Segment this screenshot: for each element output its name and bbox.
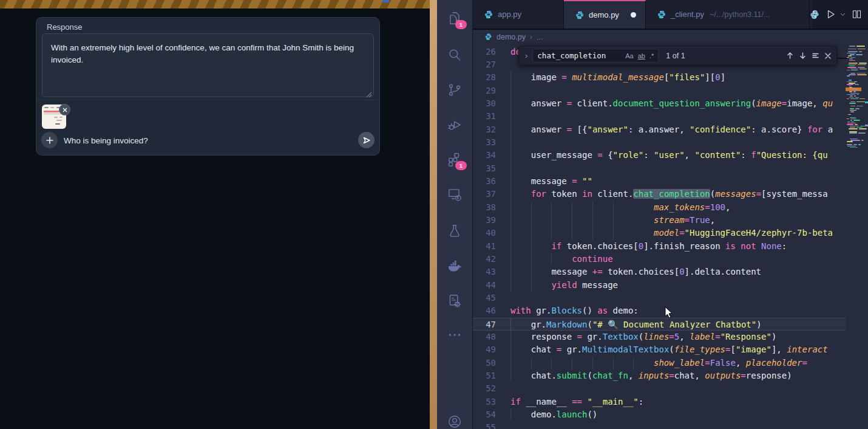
code-line-53[interactable]: 53if __name__ == "__main__": (473, 396, 846, 408)
code-line-41[interactable]: 41 if token.choices[0].finish_reason is … (473, 240, 846, 253)
line-number: 41 (473, 240, 496, 253)
send-button[interactable] (358, 132, 375, 148)
python-file-icon (484, 10, 493, 19)
minimap-line (850, 117, 856, 118)
code-line-48[interactable]: 48 response = gr.Textbox(lines=5, label=… (473, 331, 846, 343)
toggle-replace-icon[interactable]: › (525, 51, 527, 60)
add-file-button[interactable] (41, 132, 58, 148)
minimap-line (850, 126, 859, 127)
docker-icon[interactable] (447, 258, 463, 273)
next-match-button[interactable] (799, 52, 807, 60)
minimap-line (859, 128, 866, 129)
remove-attachment-button[interactable] (59, 104, 70, 115)
chat-message-input[interactable]: Who is being invoiced? (64, 136, 148, 145)
code-line-46[interactable]: 46with gr.Blocks() as demo: (473, 304, 846, 317)
minimap-line (850, 57, 855, 58)
code-line-51[interactable]: 51 chat.submit(chat_fn, inputs=chat, out… (473, 369, 846, 382)
code-line-44[interactable]: 44 yield message (473, 279, 846, 292)
remote-explorer-icon[interactable] (447, 187, 463, 202)
minimap-line (849, 83, 855, 84)
code-line-40[interactable]: 40 model="HuggingFaceH4/zephyr-7b-beta (473, 227, 846, 239)
minimap-line (849, 91, 852, 92)
resize-grip-icon[interactable] (366, 92, 372, 98)
task-runner-icon[interactable] (447, 293, 463, 309)
code-line-52[interactable]: 52 (473, 382, 846, 395)
breadcrumb-file[interactable]: demo.py (497, 33, 526, 41)
testing-icon[interactable] (447, 223, 463, 239)
source-control-icon[interactable] (447, 82, 463, 98)
code-line-45[interactable]: 45 (473, 292, 846, 304)
line-number: 47 (473, 318, 496, 331)
code-line-55[interactable]: 55 (473, 421, 846, 429)
find-widget: › chat_completion Aa ab .* 1 of 1 (518, 46, 837, 66)
tab-app.py[interactable]: app.py (473, 0, 564, 29)
close-find-button[interactable] (824, 52, 832, 60)
code-line-32[interactable]: 32 answer = [{"answer": a.answer, "confi… (473, 123, 846, 136)
code-line-30[interactable]: 30 answer = client.document_question_ans… (473, 97, 846, 110)
line-text: chat.submit(chat_fn, inputs=chat, output… (510, 369, 792, 382)
line-text: if token.choices[0].finish_reason is not… (510, 240, 787, 253)
run-button[interactable] (825, 9, 836, 20)
line-text: with gr.Blocks() as demo: (510, 304, 639, 317)
response-textbox[interactable]: With an extremely high level of confiden… (42, 33, 374, 97)
match-case-toggle[interactable]: Aa (625, 52, 633, 60)
panel-divider (36, 100, 379, 100)
minimap-line (847, 118, 849, 120)
code-line-31[interactable]: 31 (473, 110, 846, 123)
extensions-icon[interactable]: 1 (447, 151, 463, 167)
line-number: 36 (473, 175, 496, 188)
previous-match-button[interactable] (786, 52, 794, 60)
minimap-line (849, 132, 857, 134)
run-debug-icon[interactable] (447, 117, 463, 132)
code-line-38[interactable]: 38 max_tokens=100, (473, 201, 846, 214)
code-line-28[interactable]: 28 image = multimodal_message["files"][0… (473, 71, 846, 84)
python-file-icon (575, 10, 585, 20)
line-number: 33 (473, 136, 496, 149)
account-icon[interactable] (447, 414, 463, 429)
split-editor-button[interactable] (852, 9, 862, 19)
find-widget-sash[interactable] (837, 58, 847, 59)
activity-badge: 1 (455, 161, 467, 170)
activity-bar: 11 (437, 0, 473, 429)
regex-toggle[interactable]: .* (649, 52, 654, 60)
breadcrumb-more[interactable]: ... (537, 33, 543, 41)
whole-word-toggle[interactable]: ab (638, 52, 645, 60)
code-line-50[interactable]: 50 show_label=False, placeholder= (473, 357, 846, 369)
line-number: 38 (473, 201, 496, 214)
modified-dot-icon[interactable] (631, 12, 636, 18)
code-line-33[interactable]: 33 (473, 136, 846, 149)
code-line-43[interactable]: 43 message += token.choices[0].delta.con… (473, 266, 846, 278)
code-line-54[interactable]: 54 demo.launch() (473, 408, 846, 421)
line-number: 46 (473, 304, 496, 317)
more-icon[interactable] (447, 327, 463, 343)
tab-demo.py[interactable]: demo.py (564, 0, 646, 29)
code-line-36[interactable]: 36 message = "" (473, 175, 846, 188)
find-in-selection-button[interactable] (812, 52, 819, 60)
code-line-49[interactable]: 49 chat = gr.MultimodalTextbox(file_type… (473, 343, 846, 356)
code-line-39[interactable]: 39 stream=True, (473, 214, 846, 227)
code-line-35[interactable]: 35 (473, 162, 846, 175)
search-icon[interactable] (447, 47, 463, 63)
line-text: gr.Markdown("# 🔍 Document Analyzer Chatb… (510, 318, 762, 331)
minimap-line (849, 131, 857, 132)
files-icon[interactable]: 1 (447, 10, 463, 26)
code-line-34[interactable]: 34 user_message = {"role": "user", "cont… (473, 149, 846, 162)
minimap-line (850, 89, 858, 90)
minimap-line (858, 67, 865, 68)
code-line-42[interactable]: 42 continue (473, 253, 846, 266)
run-dropdown-icon[interactable] (839, 11, 846, 18)
code-line-29[interactable]: 29 (473, 84, 846, 97)
minimap[interactable] (846, 44, 868, 429)
minimap-line (856, 94, 859, 95)
minimap-line (850, 120, 852, 121)
tab-_client.py[interactable]: _client.py~/.../python3.11/... (646, 0, 810, 29)
minimap-line (847, 122, 850, 123)
line-text: max_tokens=100, (510, 201, 730, 214)
line-text: continue (510, 253, 613, 266)
line-text: message = "" (510, 175, 592, 188)
find-input[interactable]: chat_completion Aa ab .* (532, 49, 659, 63)
code-line-47[interactable]: 47 gr.Markdown("# 🔍 Document Analyzer Ch… (473, 318, 846, 331)
minimap-line (847, 53, 856, 54)
minimap-line (855, 97, 859, 98)
code-line-37[interactable]: 37 for token in client.chat_completion(m… (473, 188, 846, 201)
